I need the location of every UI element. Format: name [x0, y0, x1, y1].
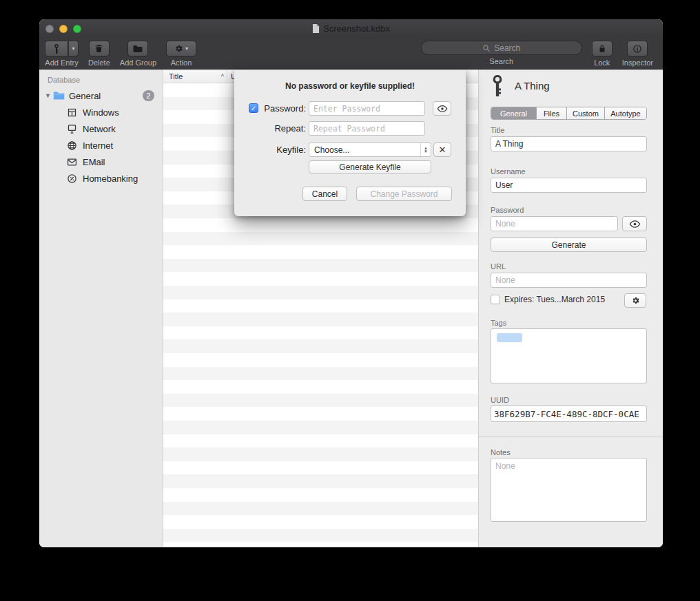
toolbar-label: Action — [171, 59, 192, 67]
change-password-dialog: No password or keyfile supplied! Passwor… — [234, 70, 466, 216]
url-field-label: URL — [491, 262, 506, 271]
eye-icon — [437, 105, 448, 113]
add-group-button[interactable] — [127, 41, 148, 56]
expires-checkbox[interactable] — [491, 295, 500, 304]
key-icon — [52, 44, 61, 54]
search-input[interactable]: Search — [421, 41, 582, 55]
app-window: Screenshot.kdbx ▾ Add Entry — [39, 19, 663, 547]
close-button[interactable] — [45, 25, 54, 33]
dialog-repeat-input[interactable] — [309, 121, 425, 136]
keyfile-dropdown[interactable]: Choose... ▲▼ — [309, 143, 431, 157]
tab-label: General — [500, 109, 527, 118]
uuid-label: UUID — [491, 396, 509, 404]
search-icon — [482, 44, 491, 52]
inspector-tabs: General Files Custom Autotype — [491, 107, 647, 120]
toolbar-inspector: Inspector — [622, 41, 653, 67]
tab-autotype[interactable]: Autotype — [605, 107, 646, 119]
inspector-panel: A Thing General Files Custom Autotype — [479, 70, 663, 547]
password-checkbox[interactable] — [249, 103, 258, 113]
tab-label: Autotype — [610, 109, 640, 118]
toolbar-label: Delete — [88, 59, 110, 67]
toolbar-label: Lock — [594, 59, 610, 67]
envelope-icon — [67, 157, 77, 167]
search-placeholder: Search — [494, 43, 520, 53]
sidebar-item-label: Internet — [83, 140, 113, 151]
password-field[interactable] — [491, 216, 618, 231]
tag-token[interactable] — [497, 333, 522, 342]
toolbar-lock: Lock — [592, 41, 612, 67]
dialog-password-label: Password: — [260, 103, 306, 114]
lock-button[interactable] — [592, 41, 612, 56]
document-icon — [312, 24, 320, 33]
entry-count-badge: 2 — [143, 90, 154, 101]
inspector-button[interactable] — [627, 41, 648, 56]
expires-settings-button[interactable] — [624, 293, 646, 308]
chevron-down-icon: ▾ — [72, 45, 74, 52]
dialog-password-input[interactable] — [309, 101, 425, 116]
toolbar-add-group: Add Group — [120, 41, 156, 67]
sidebar-item-label: Homebanking — [83, 173, 138, 184]
tab-label: Custom — [573, 109, 599, 118]
toolbar-action: ▾ Action — [166, 41, 196, 67]
inspector-header: A Thing — [491, 75, 550, 96]
change-password-label: Change Password — [370, 189, 438, 199]
titlebar[interactable]: Screenshot.kdbx — [39, 19, 663, 38]
window-icon — [67, 107, 77, 118]
tab-custom[interactable]: Custom — [567, 107, 605, 119]
eye-icon — [629, 220, 641, 229]
change-password-button[interactable]: Change Password — [356, 187, 452, 201]
notes-field[interactable] — [491, 458, 647, 522]
minimize-button[interactable] — [59, 25, 68, 33]
username-field[interactable] — [491, 178, 647, 193]
tab-label: Files — [544, 109, 559, 118]
gear-icon — [174, 44, 183, 53]
title-field-label: Title — [491, 126, 504, 134]
dialog-keyfile-label: Keyfile: — [260, 145, 306, 155]
sidebar-item-windows[interactable]: Windows — [39, 104, 163, 120]
add-entry-button[interactable] — [45, 41, 68, 56]
entry-title: A Thing — [515, 80, 550, 92]
toolbar: ▾ Add Entry Delete A — [39, 38, 663, 70]
toolbar-delete: Delete — [88, 41, 110, 67]
uuid-field[interactable] — [491, 405, 647, 422]
delete-button[interactable] — [89, 41, 110, 56]
url-field[interactable] — [491, 273, 647, 288]
sidebar-group-label: General — [69, 91, 101, 101]
column-header-title[interactable]: Title ^ — [163, 70, 227, 83]
expires-row: Expires: Tues...March 2015 — [491, 295, 605, 304]
add-entry-dropdown[interactable]: ▾ — [68, 41, 79, 56]
sidebar-group-general[interactable]: ▼ General 2 — [39, 87, 163, 104]
title-field[interactable] — [491, 136, 647, 151]
sidebar-item-internet[interactable]: Internet — [39, 137, 163, 154]
dialog-reveal-password-button[interactable] — [433, 101, 451, 116]
generate-password-button[interactable]: Generate — [491, 238, 647, 252]
cancel-button[interactable]: Cancel — [302, 187, 347, 201]
toolbar-label: Add Group — [120, 59, 156, 67]
sidebar-item-label: EMail — [83, 157, 105, 167]
column-title-label: Title — [169, 72, 183, 81]
toolbar-label: Add Entry — [45, 59, 78, 67]
expires-label: Expires: Tues...March 2015 — [504, 295, 605, 304]
network-device-icon — [67, 124, 77, 134]
chevron-down-icon: ▾ — [185, 45, 188, 52]
username-field-label: Username — [491, 167, 526, 176]
tags-label: Tags — [491, 319, 506, 327]
folder-plus-icon — [133, 45, 143, 53]
sidebar-item-homebanking[interactable]: Homebanking — [39, 170, 163, 187]
percent-coin-icon — [67, 173, 77, 184]
action-button[interactable]: ▾ — [166, 41, 196, 56]
clear-keyfile-button[interactable] — [433, 143, 451, 157]
zoom-button[interactable] — [73, 25, 81, 33]
tab-files[interactable]: Files — [537, 107, 567, 119]
dialog-message: No password or keyfile supplied! — [234, 81, 466, 91]
tags-box[interactable] — [491, 328, 647, 383]
generate-button-label: Generate — [551, 240, 586, 250]
tab-general[interactable]: General — [491, 107, 537, 119]
disclosure-triangle-icon[interactable]: ▼ — [45, 92, 53, 99]
generate-keyfile-button[interactable]: Generate Keyfile — [309, 160, 431, 173]
sidebar-item-email[interactable]: EMail — [39, 154, 163, 170]
reveal-password-button[interactable] — [622, 216, 647, 231]
sidebar-item-network[interactable]: Network — [39, 120, 163, 137]
window-title: Screenshot.kdbx — [323, 23, 390, 34]
dialog-repeat-label: Repeat: — [260, 123, 306, 134]
